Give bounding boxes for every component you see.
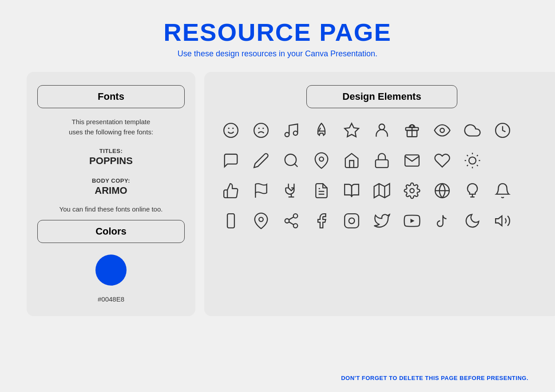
settings-icon <box>399 177 425 204</box>
map-icon <box>369 177 395 204</box>
empty-cell-1 <box>519 117 546 144</box>
svg-point-41 <box>293 214 298 218</box>
svg-marker-30 <box>374 184 390 198</box>
color-swatch <box>95 255 127 286</box>
svg-marker-8 <box>345 123 359 137</box>
svg-point-6 <box>285 133 289 137</box>
svg-point-12 <box>440 128 444 133</box>
share-icon <box>278 208 305 234</box>
body-font-name: ARIMO <box>92 185 130 196</box>
design-elements-section-box: Design Elements <box>306 85 457 108</box>
page-subtitle: Use these design resources in your Canva… <box>163 49 391 59</box>
empty-cell-2 <box>489 147 516 174</box>
font-find-text: You can find these fonts online too. <box>59 205 163 213</box>
twitter-icon <box>369 208 395 234</box>
chat-icon <box>218 147 244 174</box>
svg-line-26 <box>477 155 478 156</box>
empty-cell-5 <box>519 208 546 234</box>
svg-line-15 <box>294 164 297 167</box>
pin-icon <box>308 147 335 174</box>
svg-line-25 <box>467 165 468 166</box>
phone-icon <box>218 208 244 234</box>
main-content: Fonts This presentation template uses th… <box>27 72 528 316</box>
globe-icon <box>429 177 456 204</box>
svg-point-40 <box>259 217 263 222</box>
thumbsup-icon <box>218 177 244 204</box>
mail-icon <box>399 147 425 174</box>
star-icon <box>338 117 365 144</box>
facebook-icon <box>308 208 335 234</box>
svg-point-1 <box>228 128 230 129</box>
svg-point-5 <box>262 128 264 129</box>
fonts-description: This presentation template uses the foll… <box>69 117 153 137</box>
search-icon <box>278 147 305 174</box>
footer-note: DON'T FORGET TO DELETE THIS PAGE BEFORE … <box>341 375 528 381</box>
svg-point-4 <box>258 128 260 129</box>
empty-cell-4 <box>519 177 546 204</box>
megaphone-icon <box>489 208 516 234</box>
svg-point-9 <box>379 124 385 130</box>
svg-line-44 <box>289 222 294 224</box>
sun-icon <box>459 147 486 174</box>
body-label: BODY COPY: <box>92 177 130 184</box>
svg-point-3 <box>254 123 268 137</box>
svg-point-16 <box>319 157 324 161</box>
home-icon <box>338 147 365 174</box>
body-font-block: BODY COPY: ARIMO <box>92 174 130 196</box>
svg-line-22 <box>477 165 478 166</box>
svg-rect-17 <box>376 160 388 167</box>
instagram-icon <box>338 208 365 234</box>
location-icon <box>248 208 274 234</box>
smile-icon <box>218 117 244 144</box>
trophy-icon <box>278 177 305 204</box>
tiktok-icon <box>429 208 456 234</box>
bell-icon <box>489 177 516 204</box>
music-icon <box>278 117 305 144</box>
svg-point-2 <box>232 128 234 129</box>
svg-rect-46 <box>345 214 359 228</box>
svg-point-7 <box>293 131 298 136</box>
svg-marker-48 <box>410 219 414 223</box>
moon-icon <box>459 208 486 234</box>
svg-point-42 <box>285 219 289 223</box>
sad-icon <box>248 117 274 144</box>
clock-icon <box>489 117 516 144</box>
right-panel: Design Elements <box>204 72 555 316</box>
flag-icon <box>248 177 274 204</box>
titles-font-block: TITLES: POPPINS <box>89 144 133 167</box>
color-hex: #0048E8 <box>98 295 124 303</box>
lock-icon <box>369 147 395 174</box>
bulb-icon <box>459 177 486 204</box>
page-header: RESOURCE PAGE Use these design resources… <box>163 18 391 59</box>
cloud-icon <box>459 117 486 144</box>
left-panel: Fonts This presentation template uses th… <box>27 72 195 316</box>
book-icon <box>338 177 365 204</box>
gift-icon <box>399 117 425 144</box>
youtube-icon <box>399 208 425 234</box>
fonts-section-box: Fonts <box>37 85 185 108</box>
empty-cell-3 <box>519 147 546 174</box>
svg-point-33 <box>410 188 414 193</box>
person-icon <box>369 117 395 144</box>
pencil-icon <box>248 147 274 174</box>
svg-point-0 <box>224 123 238 137</box>
colors-section-box: Colors <box>37 220 185 243</box>
eye-icon <box>429 117 456 144</box>
document-icon <box>308 177 335 204</box>
svg-line-21 <box>467 155 468 156</box>
rocket-icon <box>308 117 335 144</box>
svg-point-43 <box>293 223 298 227</box>
icons-grid <box>218 117 546 234</box>
titles-label: TITLES: <box>89 148 133 154</box>
svg-point-14 <box>285 154 296 165</box>
svg-line-45 <box>289 217 294 220</box>
svg-point-18 <box>469 157 476 164</box>
page-title: RESOURCE PAGE <box>163 18 391 47</box>
titles-font-name: POPPINS <box>89 155 133 167</box>
heart-icon <box>429 147 456 174</box>
svg-rect-38 <box>227 214 234 228</box>
